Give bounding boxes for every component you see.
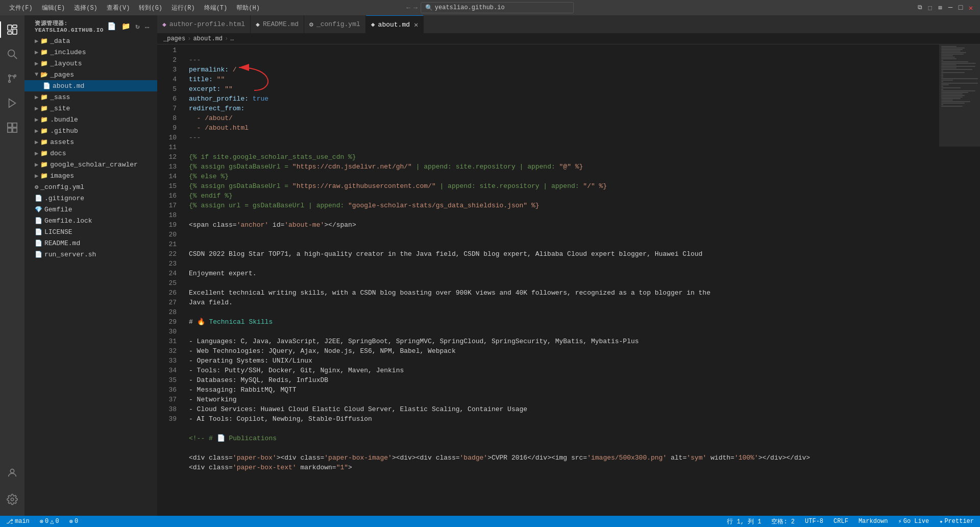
sidebar-item-pages[interactable]: ▼ 📂 _pages xyxy=(24,69,157,80)
more-actions-icon[interactable]: … xyxy=(143,21,151,32)
tab-about-md[interactable]: ◆ about.md ✕ xyxy=(366,15,424,33)
source-control-icon[interactable] xyxy=(0,66,24,91)
menu-goto[interactable]: 转到(G) xyxy=(135,3,166,13)
sidebar-title: 资源管理器: YEATSLIAO.GITHUB.IO xyxy=(35,19,106,33)
encoding-status[interactable]: UTF-8 xyxy=(803,516,825,527)
sidebar-item-license[interactable]: 📄 LICENSE xyxy=(24,226,157,237)
search-bar[interactable]: 🔍 yeatsliao.github.io xyxy=(421,2,574,13)
minimize-button[interactable]: ─ xyxy=(946,4,954,11)
file-label-gemfilelock: Gemfile.lock xyxy=(44,217,92,225)
eol-status[interactable]: CRLF xyxy=(831,516,850,527)
file-label-gemfile: Gemfile xyxy=(44,206,72,213)
sidebar-item-includes[interactable]: ▶ 📁 _includes xyxy=(24,46,157,58)
error-icon: ⊗ xyxy=(40,518,43,525)
minimap[interactable] xyxy=(939,44,980,516)
tab-readme[interactable]: ◆ README.md xyxy=(251,15,304,33)
line-num-13: 13 xyxy=(157,162,177,172)
sidebar-item-images[interactable]: ▶ 📁 images xyxy=(24,170,157,181)
sidebar-item-assets[interactable]: ▶ 📁 assets xyxy=(24,136,157,148)
info-status[interactable]: ⊗ 0 xyxy=(67,516,80,527)
new-file-icon[interactable]: 📄 xyxy=(106,21,118,32)
sidebar-item-about-md[interactable]: 📄 about.md xyxy=(24,80,157,91)
file-label-about-md: about.md xyxy=(53,82,84,90)
sidebar-item-readme[interactable]: 📄 README.md xyxy=(24,237,157,249)
sidebar-item-config[interactable]: ⚙ _config.yml xyxy=(24,181,157,193)
new-folder-icon[interactable]: 📁 xyxy=(120,21,132,32)
account-icon[interactable] xyxy=(0,461,24,485)
tab-close-icon[interactable]: ✕ xyxy=(414,20,418,29)
sidebar-item-gemfile[interactable]: 💎 Gemfile xyxy=(24,204,157,215)
line-num-2: 2 xyxy=(157,55,177,65)
split-editor-icon[interactable]: ⧉ xyxy=(916,4,924,11)
settings-icon[interactable] xyxy=(0,487,24,512)
svg-rect-0 xyxy=(8,25,12,30)
title-bar-menu: 文件(F) 编辑(E) 选择(S) 查看(V) 转到(G) 运行(R) 终端(T… xyxy=(5,3,264,13)
chevron-right-icon: ▶ xyxy=(35,172,38,180)
cursor-position-status[interactable]: 行 1, 列 1 xyxy=(725,516,763,527)
run-debug-icon[interactable] xyxy=(0,91,24,115)
svg-point-7 xyxy=(9,81,11,83)
indentation-status[interactable]: 空格: 2 xyxy=(769,516,797,527)
nav-back-icon[interactable]: ← xyxy=(406,4,410,12)
line-num-27: 27 xyxy=(157,298,177,307)
menu-help[interactable]: 帮助(H) xyxy=(232,3,264,13)
close-button[interactable]: ✕ xyxy=(967,4,975,11)
live-server-status[interactable]: ⚡ Go Live xyxy=(896,516,932,527)
explorer-icon[interactable] xyxy=(0,17,24,42)
file-label-readme: README.md xyxy=(44,239,80,247)
code-content[interactable]: --- permalink: / title: "" excerpt: "" a… xyxy=(183,44,939,516)
folder-label-docs: docs xyxy=(50,150,66,157)
sidebar-item-bundle[interactable]: ▶ 📁 .bundle xyxy=(24,114,157,125)
editor-wrapper: ◆ author-profile.html ◆ README.md ⚙ _con… xyxy=(157,15,980,516)
restore-button[interactable]: □ xyxy=(957,4,965,11)
sidebar-item-google-scholar[interactable]: ▶ 📁 google_scholar_crawler xyxy=(24,159,157,170)
breadcrumb-sep-2: › xyxy=(225,35,228,42)
sidebar-item-data[interactable]: ▶ 📁 _data xyxy=(24,35,157,46)
chevron-right-icon: ▶ xyxy=(35,37,38,45)
refresh-icon[interactable]: ↻ xyxy=(134,21,141,32)
extensions-icon[interactable] xyxy=(0,115,24,140)
folder-icon: 📁 xyxy=(40,150,48,157)
sidebar-item-github[interactable]: ▶ 📁 .github xyxy=(24,125,157,136)
nav-forward-icon[interactable]: → xyxy=(413,4,418,12)
breadcrumb-ellipsis[interactable]: … xyxy=(230,35,234,42)
menu-edit[interactable]: 编辑(E) xyxy=(38,3,69,13)
tab-config[interactable]: ⚙ _config.yml xyxy=(304,15,366,33)
sidebar-item-gemfile-lock[interactable]: 📄 Gemfile.lock xyxy=(24,215,157,226)
sidebar-item-site[interactable]: ▶ 📁 _site xyxy=(24,103,157,114)
layout-icon[interactable]: ⊞ xyxy=(936,4,944,11)
activity-bottom xyxy=(0,461,24,516)
title-bar-right: ⧉ ⬚ ⊞ ─ □ ✕ xyxy=(916,4,975,11)
prettier-status[interactable]: ✦ Prettier xyxy=(937,516,976,527)
sidebar-item-sass[interactable]: ▶ 📁 _sass xyxy=(24,91,157,103)
language-status[interactable]: Markdown xyxy=(856,516,890,527)
sidebar-item-run-server[interactable]: 📄 run_server.sh xyxy=(24,249,157,260)
search-icon[interactable] xyxy=(0,42,24,66)
editor: 1 2 3 4 5 6 7 8 9 10 11 12 13 14 15 16 1… xyxy=(157,44,980,516)
chevron-right-icon: ▶ xyxy=(35,116,38,124)
chevron-right-icon: ▶ xyxy=(35,161,38,169)
menu-run[interactable]: 运行(R) xyxy=(167,3,199,13)
menu-view[interactable]: 查看(V) xyxy=(103,3,134,13)
error-status[interactable]: ⊗ 0 △ 0 xyxy=(38,516,61,527)
search-text: yeatsliao.github.io xyxy=(435,4,505,11)
folder-label-data: _data xyxy=(50,37,70,45)
menu-terminal[interactable]: 终端(T) xyxy=(200,3,232,13)
title-bar: 文件(F) 编辑(E) 选择(S) 查看(V) 转到(G) 运行(R) 终端(T… xyxy=(0,0,980,15)
sidebar-item-layouts[interactable]: ▶ 📁 _layouts xyxy=(24,58,157,69)
sidebar-item-gitignore[interactable]: 📄 .gitignore xyxy=(24,193,157,204)
line-num-8: 8 xyxy=(157,113,177,123)
git-branch-status[interactable]: ⎇ main xyxy=(4,516,32,527)
info-count: 0 xyxy=(75,518,78,525)
line-num-38: 38 xyxy=(157,404,177,414)
git-branch-label: main xyxy=(15,518,30,525)
folder-open-icon: 📂 xyxy=(40,71,48,79)
sidebar-item-docs[interactable]: ▶ 📁 docs xyxy=(24,148,157,159)
folder-icon: 📁 xyxy=(40,105,48,112)
menu-file[interactable]: 文件(F) xyxy=(5,3,37,13)
menu-select[interactable]: 选择(S) xyxy=(70,3,102,13)
tab-author-profile[interactable]: ◆ author-profile.html xyxy=(157,15,251,33)
maximize-panel-icon[interactable]: ⬚ xyxy=(926,4,934,11)
breadcrumb-about[interactable]: about.md xyxy=(193,35,223,42)
breadcrumb-pages[interactable]: _pages xyxy=(163,35,185,42)
